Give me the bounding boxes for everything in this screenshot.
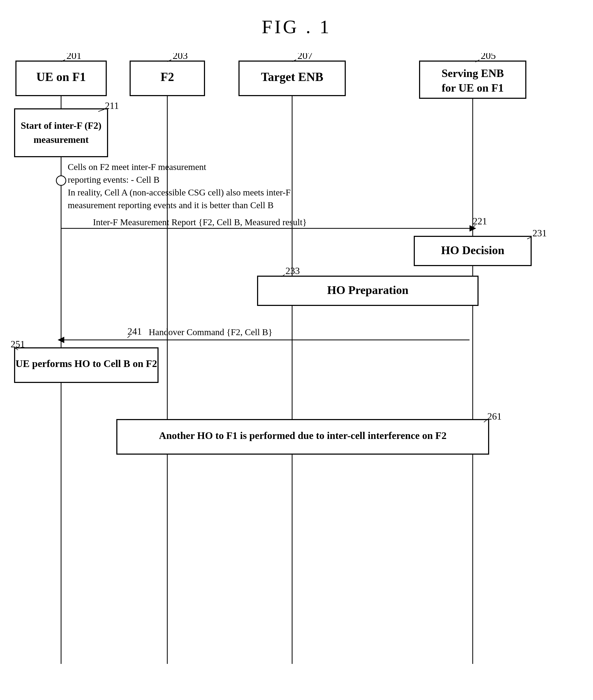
svg-rect-21 bbox=[14, 109, 108, 157]
svg-text:for UE on F1: for UE on F1 bbox=[442, 82, 504, 94]
svg-point-26 bbox=[56, 176, 66, 185]
svg-text:UE performs HO to Cell B on F2: UE performs HO to Cell B on F2 bbox=[15, 358, 157, 369]
svg-text:207: 207 bbox=[298, 53, 313, 61]
svg-text:reporting events: - Cell B: reporting events: - Cell B bbox=[68, 175, 160, 185]
svg-text:221: 221 bbox=[473, 216, 487, 227]
svg-text:241: 241 bbox=[127, 326, 142, 337]
svg-text:UE on F1: UE on F1 bbox=[36, 70, 86, 84]
svg-text:Target ENB: Target ENB bbox=[261, 70, 323, 84]
page-title: FIG . 1 bbox=[0, 0, 593, 38]
svg-text:measurement reporting events a: measurement reporting events and it is b… bbox=[68, 200, 274, 210]
svg-text:211: 211 bbox=[105, 101, 119, 111]
svg-text:Inter-F Measurement Report {F2: Inter-F Measurement Report {F2, Cell B, … bbox=[93, 217, 307, 227]
svg-text:205: 205 bbox=[481, 53, 496, 61]
diagram: UE on F1 201 F2 203 Target ENB 207 Servi… bbox=[0, 53, 593, 691]
svg-text:233: 233 bbox=[285, 266, 300, 276]
svg-text:measurement: measurement bbox=[34, 134, 88, 145]
svg-text:F2: F2 bbox=[160, 70, 174, 84]
svg-text:261: 261 bbox=[487, 411, 502, 422]
svg-text:In reality, Cell A (non-access: In reality, Cell A (non-accessible CSG c… bbox=[68, 188, 290, 198]
svg-text:Start of inter-F (F2): Start of inter-F (F2) bbox=[21, 120, 102, 131]
svg-text:251: 251 bbox=[11, 339, 25, 349]
svg-text:231: 231 bbox=[532, 228, 547, 238]
svg-text:201: 201 bbox=[66, 53, 82, 61]
svg-text:Cells on F2 meet inter-F measu: Cells on F2 meet inter-F measurement bbox=[68, 162, 206, 172]
svg-text:203: 203 bbox=[172, 53, 188, 61]
svg-text:HO Preparation: HO Preparation bbox=[327, 284, 408, 297]
svg-text:Another HO to F1 is performed : Another HO to F1 is performed due to int… bbox=[159, 430, 446, 441]
svg-text:Handover Command {F2, Cell B}: Handover Command {F2, Cell B} bbox=[149, 327, 273, 337]
svg-text:HO Decision: HO Decision bbox=[441, 244, 504, 257]
svg-text:Serving ENB: Serving ENB bbox=[442, 67, 504, 79]
